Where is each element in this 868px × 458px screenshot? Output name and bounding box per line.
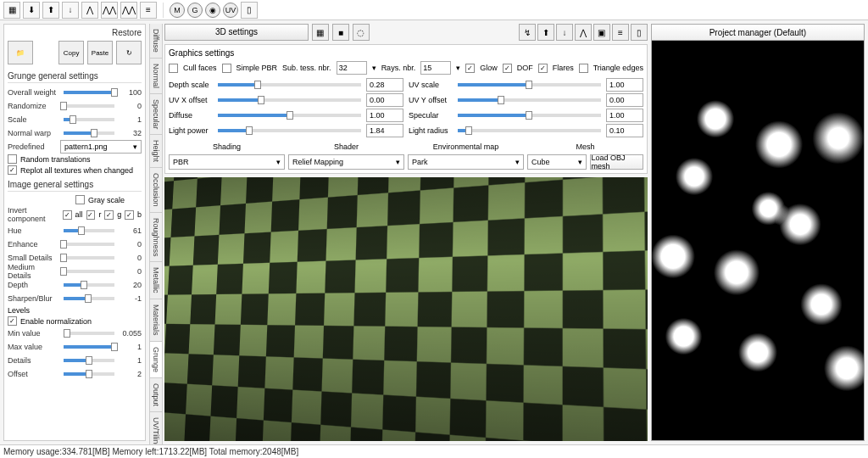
tool-globe-icon[interactable]: ◉ (205, 3, 220, 18)
invert-all-checkbox[interactable] (63, 210, 72, 220)
slider[interactable] (64, 345, 114, 349)
vtab-height[interactable]: Height (150, 135, 162, 168)
refresh-button[interactable]: ↻ (116, 41, 142, 64)
slider[interactable] (64, 131, 114, 135)
tool-toggle-icon[interactable]: ▯ (241, 2, 258, 19)
paste-button[interactable]: Paste (87, 41, 113, 64)
dof-checkbox[interactable] (503, 64, 512, 73)
mesh-combo[interactable]: Cube▾ (527, 154, 587, 170)
glow-checkbox[interactable] (465, 64, 475, 73)
invert-r-checkbox[interactable] (86, 210, 96, 220)
slider[interactable] (64, 256, 114, 260)
slider[interactable] (64, 297, 114, 300)
enable-norm-label: Enable normalization (20, 317, 92, 326)
slider[interactable] (458, 98, 601, 102)
slider[interactable] (64, 372, 114, 376)
texture-preview[interactable] (651, 41, 865, 441)
replot-checkbox[interactable] (8, 165, 17, 175)
open-button[interactable]: 📁 (8, 41, 33, 64)
slider[interactable] (64, 229, 114, 232)
tool-m-icon[interactable]: M (170, 3, 185, 18)
cull-faces-checkbox[interactable] (169, 64, 178, 73)
predefined-label: Predefined (8, 142, 60, 151)
tool-peaks4-icon[interactable]: ≡ (140, 2, 157, 19)
rt-4-icon[interactable]: ⋀ (575, 24, 592, 41)
tool-peaks2-icon[interactable]: ⋀⋀ (101, 2, 118, 19)
random-translations-checkbox[interactable] (8, 154, 17, 164)
vtab-uv/tiling[interactable]: UV/Tiling (150, 412, 162, 444)
rt-7-icon[interactable]: ▯ (631, 24, 648, 41)
rt-3-icon[interactable]: ↓ (556, 24, 573, 41)
vtab-occlusion[interactable]: Occlusion (150, 168, 162, 213)
slider[interactable] (458, 114, 601, 117)
enable-norm-checkbox[interactable] (8, 316, 17, 326)
center-panel: 3D settings ▦ ■ ◌ ↯ ⬆ ↓ ⋀ ▣ ≡ ▯ Graphics… (164, 24, 648, 441)
slider[interactable] (218, 114, 361, 117)
load-obj-button[interactable]: Load OBJ mesh (590, 154, 643, 170)
copy-button[interactable]: Copy (58, 41, 84, 64)
rt-6-icon[interactable]: ≡ (612, 24, 629, 41)
vtab-diffuse[interactable]: Diffuse (150, 24, 162, 59)
rt-2-icon[interactable]: ⬆ (537, 24, 554, 41)
shader-combo[interactable]: Relief Mapping▾ (288, 154, 404, 170)
vtab-output[interactable]: Output (150, 378, 162, 412)
slider[interactable] (64, 243, 114, 246)
slider[interactable] (458, 129, 601, 132)
tool-peaks3-icon[interactable]: ⋀⋀ (120, 2, 137, 19)
triangle-edges-checkbox[interactable] (579, 64, 588, 73)
shading-combo[interactable]: PBR▾ (169, 154, 285, 170)
view-cube-icon[interactable]: ▦ (312, 24, 329, 41)
image-section-title: Image general settings (8, 180, 142, 192)
status-bar: Memory usage:334.781[MB] Memory left:171… (0, 444, 868, 458)
tool-g-icon[interactable]: G (187, 3, 203, 18)
invert-g-checkbox[interactable] (104, 210, 114, 220)
invert-b-checkbox[interactable] (125, 210, 134, 220)
tool-cube-icon[interactable]: ▦ (3, 2, 20, 19)
vtab-specular[interactable]: Specular (150, 94, 162, 136)
vtab-roughness[interactable]: Roughness (150, 213, 162, 263)
simple-pbr-checkbox[interactable] (222, 64, 231, 73)
env-combo[interactable]: Park▾ (408, 154, 524, 170)
vtab-normal[interactable]: Normal (150, 59, 162, 94)
slider[interactable] (64, 270, 114, 273)
random-translations-label: Random translations (20, 155, 91, 164)
replot-label: Replot all textures when changed (20, 166, 133, 175)
slider[interactable] (64, 283, 114, 287)
project-manager-header[interactable]: Project manager (Default) (651, 24, 865, 41)
view-spin-icon[interactable]: ◌ (353, 24, 370, 41)
tool-uv-icon[interactable]: UV (223, 3, 238, 18)
tool-up-icon[interactable]: ⬆ (42, 2, 59, 19)
subtess-input[interactable]: 32 (337, 61, 367, 75)
slider[interactable] (218, 98, 361, 102)
rt-5-icon[interactable]: ▣ (593, 24, 610, 41)
slider[interactable] (218, 83, 361, 87)
slider[interactable] (64, 118, 114, 121)
grayscale-checkbox[interactable] (75, 195, 85, 204)
view-cam-icon[interactable]: ■ (332, 24, 349, 41)
slider[interactable] (218, 129, 361, 132)
slider[interactable] (64, 359, 114, 362)
right-panel: Project manager (Default) (651, 24, 865, 441)
predefined-combo[interactable]: pattern1.png▾ (60, 140, 142, 154)
grayscale-label: Gray scale (88, 196, 125, 204)
restore-link[interactable]: Restore (112, 28, 142, 37)
main-area: Restore 📁 Copy Paste ↻ Grunge general se… (0, 20, 868, 444)
slider[interactable] (458, 83, 601, 87)
top-toolbar: ▦ ⬇ ⬆ ↓ ⋀ ⋀⋀ ⋀⋀ ≡ M G ◉ UV ▯ (0, 0, 868, 20)
tool-arrow-icon[interactable]: ↓ (62, 2, 79, 19)
rt-1-icon[interactable]: ↯ (519, 24, 536, 41)
slider[interactable] (64, 332, 114, 335)
slider[interactable] (64, 91, 114, 94)
tool-down-icon[interactable]: ⬇ (23, 2, 40, 19)
vtab-grunge[interactable]: Grunge (150, 342, 162, 378)
vtab-metallic[interactable]: Metallic (150, 262, 162, 299)
invert-label: Invert component (8, 206, 59, 223)
vtab-materials[interactable]: Materials (150, 299, 162, 342)
flares-checkbox[interactable] (538, 64, 548, 73)
left-panel: Restore 📁 Copy Paste ↻ Grunge general se… (3, 24, 146, 441)
slider[interactable] (64, 104, 114, 108)
3d-settings-button[interactable]: 3D settings (164, 24, 309, 41)
tool-peaks1-icon[interactable]: ⋀ (81, 2, 98, 19)
rays-input[interactable]: 15 (420, 61, 451, 75)
3d-viewport[interactable] (164, 177, 648, 441)
